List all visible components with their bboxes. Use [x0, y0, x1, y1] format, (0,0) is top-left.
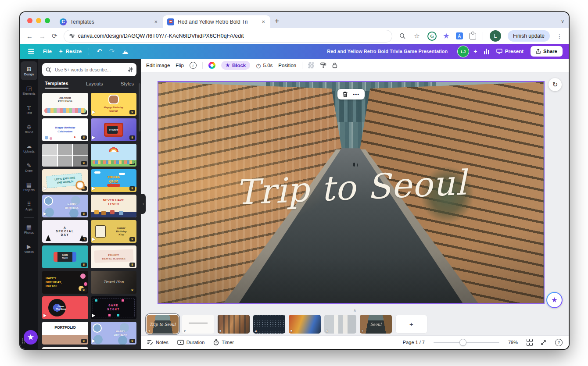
resize-button[interactable]: Resize	[59, 49, 82, 54]
filter-icon[interactable]	[129, 67, 132, 72]
position-button[interactable]: Position	[278, 63, 296, 68]
flip-button[interactable]: Flip	[176, 63, 184, 68]
extensions-puzzle-icon[interactable]	[470, 33, 476, 39]
template-special-day[interactable]: A SPECIAL DAY♛	[42, 220, 88, 243]
address-bar[interactable]: canva.com/design/DAGQW7l6T0Y/7-KAcN6IDVh…	[64, 30, 392, 43]
zoom-slider-knob[interactable]	[459, 339, 466, 346]
fullscreen-icon[interactable]	[541, 340, 546, 345]
close-window-button[interactable]	[27, 18, 32, 23]
sidebar-item-brand[interactable]: ♔Brand	[21, 119, 37, 138]
sidebar-item-projects[interactable]: ▤Projects	[21, 177, 37, 196]
color-wheel-icon[interactable]	[208, 62, 215, 69]
template-birthday-gloria[interactable]: Happy Birthday Gloria!♛	[91, 93, 137, 116]
template-birthday-celebration[interactable]: Happy Birthday Celebration♛	[42, 118, 88, 141]
magic-apps-button[interactable]	[24, 330, 38, 345]
template-birthday-ethan[interactable]: HAPPY BIRTHDAY,♛	[42, 195, 88, 217]
extension-asterisk-icon[interactable]	[443, 33, 449, 39]
new-tab-button[interactable]: +	[275, 17, 279, 25]
page-thumbnail-3[interactable]: 3	[218, 315, 250, 334]
canva-assistant-button[interactable]	[546, 292, 563, 308]
sidebar-item-uploads[interactable]: ☁Uploads	[21, 139, 37, 157]
site-settings-icon[interactable]	[69, 35, 75, 37]
template-trivia-quiz[interactable]: TRIVIA QUIZ♛	[91, 169, 137, 192]
page-thumbnail-2[interactable]: 2	[182, 315, 214, 334]
tab-styles[interactable]: Styles	[121, 81, 134, 88]
edit-image-button[interactable]: Edit image	[146, 63, 170, 68]
template-explore-world[interactable]: LET'S EXPLORE THE WORLD!♛	[42, 169, 88, 192]
animate-button[interactable]: Block	[221, 61, 250, 70]
browser-menu-icon[interactable]: ⋮	[556, 32, 563, 39]
close-tab-icon[interactable]: ×	[261, 18, 266, 25]
bookmark-star-icon[interactable]: ☆	[413, 32, 421, 40]
slide-canvas[interactable]: Trip to Seoul •••	[158, 81, 545, 304]
template-birthday-rufus[interactable]: HAPPY BIRTHDAY, RUFUS!♛	[42, 271, 88, 294]
browser-profile-avatar[interactable]: L	[490, 30, 501, 42]
zoom-percent[interactable]: 79%	[508, 340, 518, 345]
copy-style-roller-icon[interactable]	[320, 62, 326, 68]
sidebar-item-text[interactable]: TText	[21, 100, 37, 119]
info-icon[interactable]: i	[190, 62, 197, 69]
zoom-window-button[interactable]	[45, 18, 50, 23]
template-partial-light[interactable]	[42, 347, 88, 349]
present-button[interactable]: Present	[496, 49, 523, 54]
template-partial-dark[interactable]	[91, 347, 137, 349]
tab-layouts[interactable]: Layouts	[86, 81, 103, 88]
duration-button[interactable]: ◷5.0s	[256, 62, 272, 69]
zoom-search-icon[interactable]	[398, 32, 406, 40]
template-never-have-i-ever[interactable]: NEVER HAVE I EVER♛	[91, 195, 137, 217]
delete-trash-icon[interactable]	[342, 91, 348, 97]
menu-hamburger-icon[interactable]	[28, 51, 34, 52]
sidebar-item-apps[interactable]: ⠿Apps	[21, 196, 37, 215]
file-menu-button[interactable]: File	[43, 49, 52, 54]
finish-update-button[interactable]: Finish update	[508, 30, 550, 42]
notes-button[interactable]: Notes	[147, 340, 169, 345]
template-travel-plan[interactable]: Travel Plan♛	[91, 271, 137, 294]
transparency-icon[interactable]	[308, 62, 314, 68]
template-feelings[interactable]: All About FEELINGS♛	[42, 93, 88, 116]
reload-icon[interactable]: ⟳	[52, 32, 57, 40]
template-birthday-ethan-2[interactable]: HAPPY BIRTHDAY,♛	[91, 322, 137, 345]
sidebar-item-videos[interactable]: ▶Videos	[21, 239, 37, 258]
template-rainbow-kids[interactable]: ♛	[91, 144, 137, 167]
page-thumbnail-7[interactable]: Seoul7	[360, 315, 392, 334]
tab-design[interactable]: Red and Yellow Retro Bold Tri ×	[163, 15, 270, 28]
help-icon[interactable]: ?	[555, 339, 563, 346]
grid-view-icon[interactable]	[527, 339, 532, 346]
duration-button-bottom[interactable]: Duration	[177, 340, 205, 345]
page-thumbnail-4[interactable]: 4	[253, 315, 285, 334]
translate-extension-icon[interactable]: A	[456, 32, 463, 39]
close-tab-icon[interactable]: ×	[153, 18, 158, 25]
sidebar-item-elements[interactable]: ◲Elements	[21, 81, 37, 99]
forward-icon[interactable]: →	[39, 32, 46, 40]
template-tv-show[interactable]: TV Show♛	[91, 118, 137, 141]
template-game-night-neon[interactable]: GAME NIGHT	[91, 296, 137, 319]
timer-button[interactable]: Timer	[213, 339, 234, 345]
sidebar-item-draw[interactable]: ✎Draw	[21, 158, 37, 177]
add-collaborator-icon[interactable]: +	[473, 48, 477, 55]
collaborator-avatar[interactable]: LJ	[457, 46, 469, 57]
panel-collapse-chevron[interactable]: ‹	[141, 194, 146, 214]
refresh-design-button[interactable]: ↻	[549, 78, 562, 91]
zoom-slider[interactable]	[434, 342, 499, 343]
template-photo-collage[interactable]: ♛	[42, 144, 88, 167]
add-page-button[interactable]: +	[395, 315, 427, 334]
insights-chart-icon[interactable]	[484, 49, 489, 54]
back-icon[interactable]: ←	[26, 32, 33, 40]
template-guess-the-song[interactable]: Guess The Song	[42, 296, 88, 319]
tab-templates[interactable]: C Templates ×	[55, 15, 163, 28]
document-title[interactable]: Red and Yellow Retro Bold Trivia Game Pr…	[327, 49, 448, 54]
lock-icon[interactable]	[332, 62, 337, 68]
template-portfolio[interactable]: PORTFOLIO♛	[42, 322, 88, 345]
collapse-pages-chevron[interactable]: ∧	[353, 308, 356, 313]
minimize-window-button[interactable]	[36, 18, 41, 23]
template-search-bar[interactable]	[42, 63, 136, 76]
tab-templates[interactable]: Templates	[45, 81, 68, 89]
template-fauget-travel-planner[interactable]: FAUGET TRAVEL PLANNER♛	[91, 245, 137, 268]
grammarly-extension-icon[interactable]: G	[427, 32, 437, 41]
template-birthday-klay[interactable]: Happy Birthday Klay♛	[91, 220, 137, 243]
panel-scrollbar[interactable]	[139, 83, 140, 131]
tab-search-chevron-icon[interactable]: ∨	[561, 18, 564, 24]
page-thumbnail-6[interactable]: 6	[324, 315, 356, 334]
page-thumbnail-5[interactable]: 5	[289, 315, 321, 334]
page-indicator[interactable]: Page 1 / 7	[403, 340, 425, 345]
